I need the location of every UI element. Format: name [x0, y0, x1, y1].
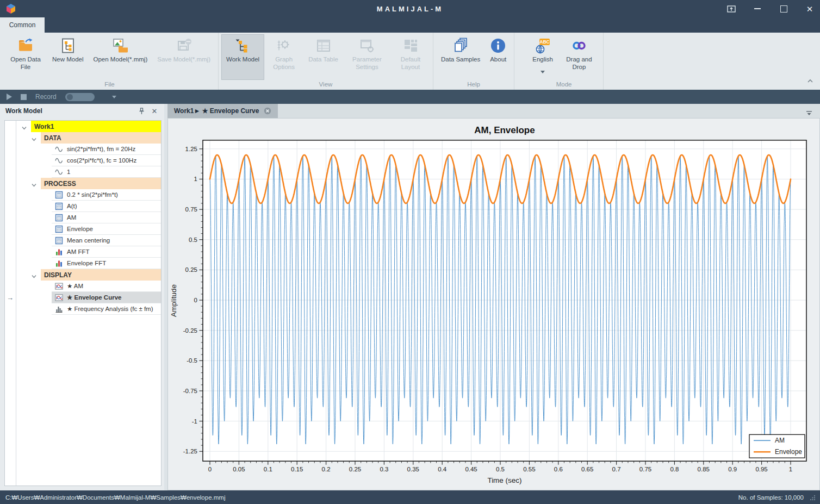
svg-text:0.3: 0.3	[380, 466, 388, 472]
tree-item-content: DATA	[41, 132, 161, 144]
tree-item-data[interactable]: DATA	[16, 132, 161, 144]
tree-item-1[interactable]: 1	[16, 166, 161, 178]
svg-text:-0.75: -0.75	[183, 388, 197, 394]
drag-drop-icon	[571, 37, 587, 54]
tree-item-process[interactable]: PROCESS	[16, 178, 161, 189]
svg-text:-0.25: -0.25	[183, 327, 197, 334]
record-toggle[interactable]	[65, 93, 95, 101]
tab-label: Work1► ★ Envelope Curve	[174, 107, 259, 115]
sine-icon	[55, 168, 64, 176]
pin-window-icon[interactable]	[726, 4, 736, 14]
data-samples-button[interactable]: Data Samples	[436, 34, 485, 80]
data-samples-icon	[452, 37, 469, 54]
svg-text:0.35: 0.35	[407, 466, 419, 472]
drag-and-drop-button[interactable]: Drag and Drop	[558, 34, 600, 80]
close-tab-icon[interactable]	[264, 107, 271, 115]
pin-panel-icon[interactable]	[137, 107, 146, 115]
svg-text:0.25: 0.25	[349, 466, 361, 472]
ribbon-button-label: Graph Options	[269, 56, 299, 71]
plot-icon	[55, 282, 64, 290]
tree-item-label: DISPLAY	[44, 271, 72, 279]
close-panel-icon[interactable]: ✕	[150, 107, 159, 115]
tree-item-content: Envelope	[52, 223, 161, 235]
tree-item-content: Envelope FFT	[52, 258, 161, 269]
minimize-icon[interactable]	[753, 4, 762, 14]
svg-text:0.1: 0.1	[264, 466, 272, 472]
svg-text:0.5: 0.5	[189, 237, 197, 243]
ribbon-group-label: Help	[435, 80, 512, 90]
parameter-settings-button[interactable]: Parameter Settings	[343, 34, 391, 80]
legend-label-am: AM	[775, 437, 785, 444]
tree-item-envelope[interactable]: Envelope	[16, 223, 161, 235]
graph-options-button[interactable]: Graph Options	[264, 34, 303, 80]
ribbon-button-label: Work Model	[226, 56, 259, 64]
about-button[interactable]: About	[485, 34, 511, 80]
work-model-icon	[235, 37, 251, 54]
expander-chevron-icon[interactable]	[31, 272, 37, 278]
ribbon-group-help: Data SamplesAboutHelp	[433, 33, 514, 90]
ribbon-tab-bar: Common	[0, 17, 820, 33]
svg-text:0.6: 0.6	[554, 466, 563, 472]
tree-item-label: cos(2*pi*fc*t), fc = 100Hz	[67, 157, 136, 164]
close-icon[interactable]: ✕	[805, 4, 815, 14]
expander-chevron-icon[interactable]	[31, 135, 37, 141]
tree-item-label: 0.2 * sin(2*pi*fm*t)	[67, 191, 118, 198]
save-model-mmj-button[interactable]: Save Model(*.mmj)	[152, 34, 215, 80]
record-dropdown-caret-icon[interactable]	[112, 96, 116, 98]
tree-item-am[interactable]: ★ AM	[16, 281, 161, 292]
ribbon-group-label: File	[3, 80, 216, 90]
ribbon-group-file: Open Data FileNew ModelOpen Model(*.mmj)…	[1, 33, 219, 90]
tree-item-a-t[interactable]: A(t)	[16, 201, 161, 212]
collapse-ribbon-icon[interactable]	[807, 76, 813, 85]
expander-chevron-icon[interactable]	[21, 123, 27, 129]
ribbon-button-label: Parameter Settings	[348, 56, 386, 71]
tree-item-frequency-analysis-fc-fm[interactable]: ★ Frequency Analysis (fc ± fm)	[16, 303, 161, 315]
default-layout-button[interactable]: Default Layout	[391, 34, 430, 80]
tab-envelope-curve[interactable]: Work1► ★ Envelope Curve	[167, 104, 278, 118]
new-model-button[interactable]: New Model	[47, 34, 89, 80]
svg-text:0.05: 0.05	[233, 466, 245, 472]
sine-icon	[55, 157, 64, 165]
svg-text:0.2: 0.2	[322, 466, 331, 472]
tree-item-envelope-curve[interactable]: ★ Envelope Curve	[16, 292, 161, 303]
stop-icon[interactable]	[21, 94, 27, 100]
tree-item-label: A(t)	[67, 203, 77, 209]
open-data-file-button[interactable]: Open Data File	[4, 34, 47, 80]
english-button[interactable]: ABCEnglish	[527, 34, 558, 80]
tree-item-content: DISPLAY	[41, 269, 161, 281]
ribbon-button-label: Default Layout	[396, 56, 425, 71]
application-window: MALMIJAL-M ✕ Common Open Data FileNew Mo…	[0, 0, 820, 504]
play-icon[interactable]	[7, 94, 12, 100]
am-envelope-chart[interactable]: 00.050.10.150.20.250.30.350.40.450.50.55…	[168, 119, 819, 490]
record-toolbar: Record	[0, 90, 820, 104]
tree-item-label: Envelope FFT	[67, 260, 106, 266]
tree-item-sin-2-pi-fm-t-fm-20hz[interactable]: sin(2*pi*fm*t), fm = 20Hz	[16, 144, 161, 155]
tree-item-am-fft[interactable]: AM FFT	[16, 246, 161, 258]
resize-grip-icon[interactable]	[810, 495, 816, 500]
tree-item-work1[interactable]: Work1	[16, 121, 161, 132]
open-data-file-icon	[17, 37, 34, 54]
tree-item-content: AM	[52, 212, 161, 223]
calc-icon	[55, 237, 64, 245]
tree-item-mean-centering[interactable]: Mean centering	[16, 235, 161, 246]
tree-item-0-2-sin-2-pi-fm-t[interactable]: 0.2 * sin(2*pi*fm*t)	[16, 189, 161, 201]
tree-item-display[interactable]: DISPLAY	[16, 269, 161, 281]
expander-chevron-icon[interactable]	[31, 181, 37, 186]
tab-list-caret-icon[interactable]	[806, 108, 812, 118]
tree-item-am[interactable]: AM	[16, 212, 161, 223]
y-axis-label: Amplitude	[170, 284, 178, 317]
ribbon-button-label: Open Data File	[9, 56, 42, 71]
tree-item-cos-2-pi-fc-t-fc-100hz[interactable]: cos(2*pi*fc*t), fc = 100Hz	[16, 155, 161, 166]
maximize-icon[interactable]	[779, 4, 788, 14]
tree-item-content: 0.2 * sin(2*pi*fm*t)	[52, 189, 161, 201]
tree-item-label: Mean centering	[67, 237, 110, 244]
ribbon-button-label: Save Model(*.mmj)	[157, 56, 210, 64]
svg-text:0.7: 0.7	[612, 466, 621, 472]
open-model-mmj-button[interactable]: Open Model(*.mmj)	[89, 34, 153, 80]
plot-icon	[55, 294, 64, 302]
data-table-button[interactable]: Data Table	[303, 34, 343, 80]
window-title: MALMIJAL-M	[0, 5, 820, 13]
work-model-button[interactable]: Work Model	[221, 34, 264, 80]
tree-item-envelope-fft[interactable]: Envelope FFT	[16, 258, 161, 269]
tab-common[interactable]: Common	[0, 17, 45, 33]
